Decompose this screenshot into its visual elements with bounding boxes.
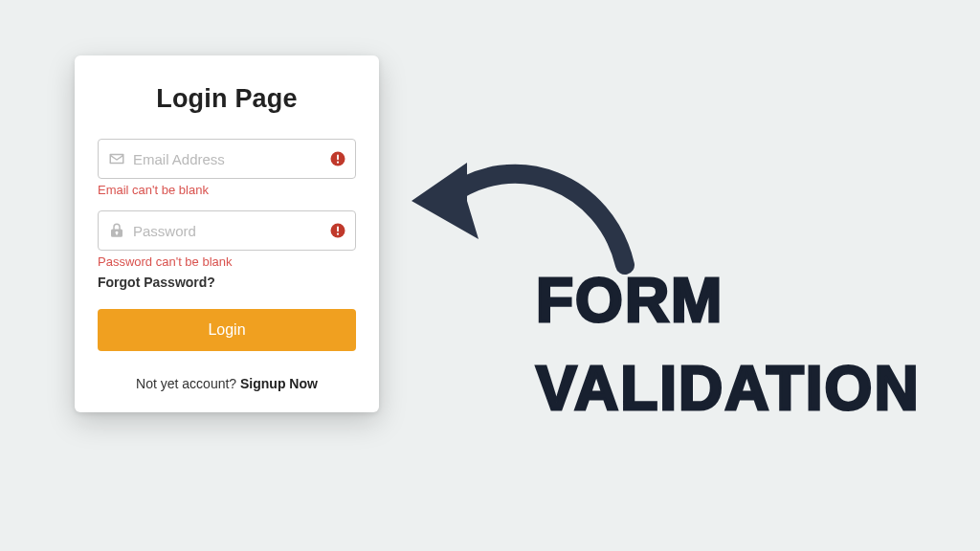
error-icon xyxy=(330,151,345,166)
login-card: Login Page Email can't be blank xyxy=(75,55,379,412)
svg-point-2 xyxy=(337,162,339,164)
password-input[interactable] xyxy=(133,211,324,250)
password-input-wrap[interactable] xyxy=(98,210,356,251)
login-button[interactable]: Login xyxy=(98,309,356,351)
headline-text: Form Validation xyxy=(536,270,921,446)
email-input-wrap[interactable] xyxy=(98,139,356,179)
password-error-text: Password can't be blank xyxy=(98,254,356,269)
email-field-group: Email can't be blank xyxy=(98,139,356,197)
card-title: Login Page xyxy=(98,84,356,114)
headline-line-2: Validation xyxy=(536,358,921,419)
signup-row: Not yet account? Signup Now xyxy=(98,376,356,391)
password-field-group: Password can't be blank xyxy=(98,210,356,269)
svg-point-5 xyxy=(337,233,339,235)
signup-prompt-text: Not yet account? xyxy=(136,376,240,391)
forgot-password-link[interactable]: Forgot Password? xyxy=(98,275,215,290)
headline-line-1: Form xyxy=(536,270,921,331)
error-icon xyxy=(330,223,345,238)
email-error-text: Email can't be blank xyxy=(98,183,356,197)
svg-rect-1 xyxy=(337,155,339,161)
svg-rect-4 xyxy=(337,227,339,232)
envelope-icon xyxy=(108,150,125,167)
email-input[interactable] xyxy=(133,140,324,178)
signup-now-link[interactable]: Signup Now xyxy=(240,376,318,391)
lock-icon xyxy=(108,222,125,239)
